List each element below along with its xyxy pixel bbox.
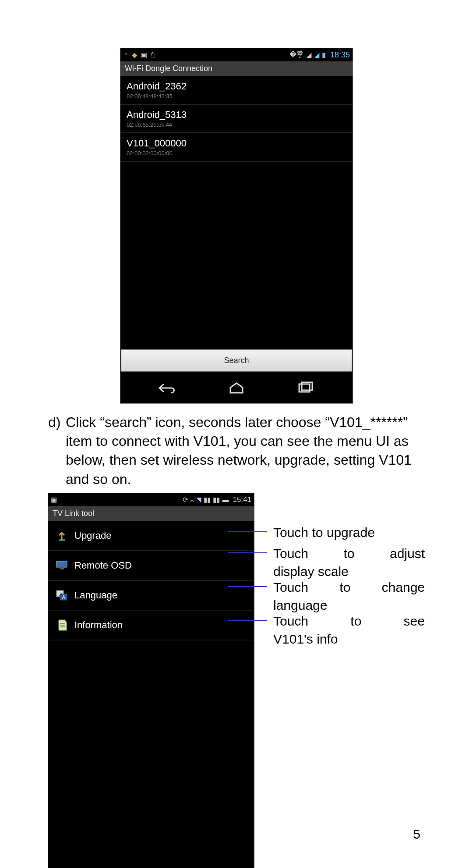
instruction-marker: d) <box>48 413 66 489</box>
battery-icon: ▬ <box>222 496 229 503</box>
annotations: Touch to upgrade Touch to adjust display… <box>254 493 425 648</box>
leader-line <box>228 531 267 532</box>
wifi-icon: ◥ <box>196 496 201 504</box>
status-icon: ⩋ <box>191 496 194 503</box>
annotation-language: Touch to change language <box>254 579 425 614</box>
app-title: TV Link tool <box>48 506 254 521</box>
device-name: Android_5313 <box>127 109 346 121</box>
device-name: Android_2362 <box>127 81 346 92</box>
page-number: 5 <box>413 827 420 842</box>
device-name: V101_000000 <box>127 138 346 149</box>
home-button[interactable] <box>219 379 254 397</box>
tvlink-menu: Upgrade Remote OSD 文A Language Informati… <box>48 521 254 868</box>
menu-item-label: Language <box>74 590 117 601</box>
monitor-icon <box>55 559 68 572</box>
device-row[interactable]: Android_2362 02:06:48:48:42:35 <box>120 76 353 104</box>
status-icon: ⎙ <box>151 51 155 59</box>
status-icon: ▣ <box>51 496 57 504</box>
menu-item-language[interactable]: 文A Language <box>48 581 254 610</box>
menu-item-upgrade[interactable]: Upgrade <box>48 521 254 550</box>
menu-item-label: Upgrade <box>74 530 111 541</box>
divider <box>48 640 254 640</box>
leader-line <box>228 586 267 587</box>
recents-button[interactable] <box>288 379 323 397</box>
screenshot-wifi-dongle: ♀ ◆ ▣ ⎙ �季 ◢ ◢ ▮ 18:35 Wi-Fi Dongle Conn… <box>120 48 353 403</box>
annotation-information: Touch to see V101's info <box>254 612 425 648</box>
signal-icon: ▮▮ <box>213 496 220 504</box>
status-time: 18:35 <box>330 50 350 60</box>
status-icon: ◆ <box>132 51 137 59</box>
divider <box>120 161 353 162</box>
status-icon: ▣ <box>141 51 147 59</box>
tvlink-block: ▣ ⟳ ⩋ ◥ ▮▮ ▮▮ ▬ 15:41 TV Link tool Upgra… <box>48 493 425 868</box>
device-mac: 02:06:48:48:42:35 <box>127 93 346 100</box>
wifi-icon: �季 <box>289 50 304 60</box>
signal-icon: ◢ <box>306 51 311 59</box>
app-title: Wi-Fi Dongle Connection <box>120 61 353 76</box>
back-button[interactable] <box>150 379 185 397</box>
svg-rect-2 <box>56 561 67 567</box>
status-time: 15:41 <box>233 495 251 504</box>
svg-text:A: A <box>62 595 65 600</box>
battery-icon: ▮ <box>322 51 326 59</box>
device-mac: 02:00:02:00:00:00 <box>127 150 346 157</box>
info-icon <box>55 619 68 632</box>
menu-item-remote-osd[interactable]: Remote OSD <box>48 551 254 580</box>
annotation-text: Touch to upgrade <box>267 524 425 542</box>
status-bar: ▣ ⟳ ⩋ ◥ ▮▮ ▮▮ ▬ 15:41 <box>48 493 254 506</box>
language-icon: 文A <box>55 589 68 602</box>
status-bar: ♀ ◆ ▣ ⎙ �季 ◢ ◢ ▮ 18:35 <box>120 48 353 61</box>
android-navbar <box>120 373 353 403</box>
signal-icon: ◢ <box>314 51 319 59</box>
svg-rect-3 <box>60 568 64 569</box>
instruction-d: d) Click “search” icon, seconds later ch… <box>48 413 425 489</box>
annotation-text: Touch to change language <box>267 579 425 614</box>
device-row[interactable]: V101_000000 02:00:02:00:00:00 <box>120 133 353 161</box>
annotation-remote-osd: Touch to adjust display scale <box>254 545 425 580</box>
screenshot-tvlink: ▣ ⟳ ⩋ ◥ ▮▮ ▮▮ ▬ 15:41 TV Link tool Upgra… <box>48 493 254 868</box>
manual-page: ♀ ◆ ▣ ⎙ �季 ◢ ◢ ▮ 18:35 Wi-Fi Dongle Conn… <box>0 0 473 868</box>
signal-icon: ▮▮ <box>204 496 211 504</box>
menu-item-information[interactable]: Information <box>48 611 254 640</box>
device-mac: 02:bb:65:2d:ok:44 <box>127 121 346 128</box>
annotation-text: Touch to see V101's info <box>267 612 425 648</box>
annotation-upgrade: Touch to upgrade <box>254 524 425 542</box>
upgrade-icon <box>55 529 68 542</box>
device-list: Android_2362 02:06:48:48:42:35 Android_5… <box>120 76 353 349</box>
search-button[interactable]: Search <box>121 349 352 372</box>
menu-item-label: Remote OSD <box>74 560 132 571</box>
instruction-text: Click “search” icon, seconds later choos… <box>66 413 425 489</box>
leader-line <box>228 552 267 553</box>
status-icon: ⟳ <box>183 496 188 504</box>
annotation-text: Touch to adjust display scale <box>267 545 425 580</box>
device-row[interactable]: Android_5313 02:bb:65:2d:ok:44 <box>120 105 353 132</box>
menu-item-label: Information <box>74 619 123 631</box>
leader-line <box>228 620 267 621</box>
status-icon: ♀ <box>123 51 128 59</box>
